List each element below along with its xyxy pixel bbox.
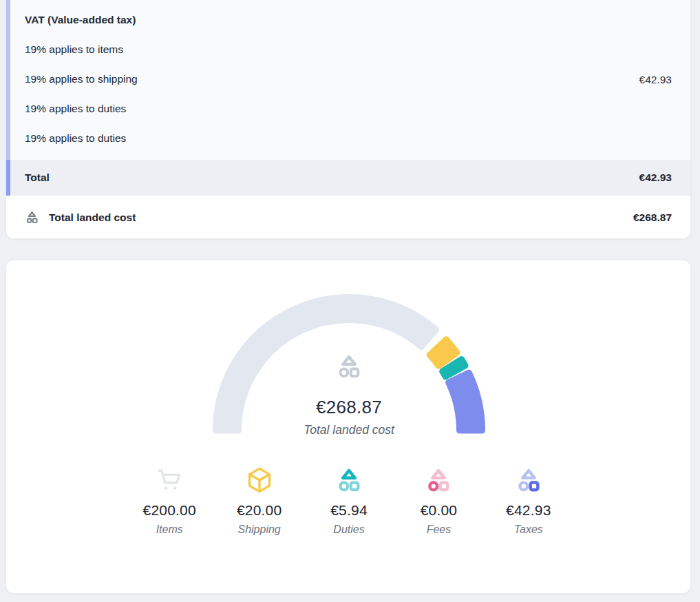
package-icon	[246, 466, 273, 494]
stat-value-fees: €0.00	[394, 502, 483, 519]
vat-line-shipping: 19% applies to shipping	[10, 64, 690, 94]
duties-icon	[335, 468, 363, 492]
stat-value-items: €200.00	[125, 502, 214, 519]
total-amount: €42.93	[639, 172, 672, 184]
gauge-chart	[207, 290, 491, 439]
vat-group-title: VAT (Value-added tax)	[10, 5, 690, 34]
landed-cost-label: Total landed cost	[49, 211, 136, 224]
gauge-segment-taxes	[449, 373, 482, 430]
cart-icon	[156, 467, 183, 493]
total-label: Total	[25, 172, 50, 184]
stat-label-fees: Fees	[394, 523, 483, 536]
stat-value-duties: €5.94	[304, 502, 394, 519]
total-row: Total €42.93	[6, 160, 690, 196]
stat-items: €200.00 Items	[125, 465, 214, 536]
stat-label-taxes: Taxes	[484, 523, 573, 536]
vat-line-duties-1: 19% applies to duties	[10, 94, 690, 123]
vat-group-amount: €42.93	[639, 74, 672, 86]
vat-group: VAT (Value-added tax) 19% applies to ite…	[6, 0, 690, 160]
stat-value-shipping: €20.00	[214, 502, 304, 519]
fees-icon	[425, 468, 452, 492]
stat-label-items: Items	[125, 523, 214, 536]
vat-line-duties-2: 19% applies to duties	[10, 123, 690, 153]
taxes-icon	[515, 468, 542, 492]
stat-value-taxes: €42.93	[484, 502, 573, 519]
stat-label-duties: Duties	[304, 523, 394, 536]
tax-breakdown-card: VAT (Value-added tax) 19% applies to ite…	[6, 0, 691, 239]
stat-label-shipping: Shipping	[214, 523, 304, 536]
stat-fees: €0.00 Fees	[394, 465, 483, 536]
cost-stats-row: €200.00 Items €20.00 Shipping €5.94	[125, 465, 573, 536]
gauge-segment-items	[216, 298, 436, 431]
landed-cost-summary-card: €268.87 Total landed cost €200.00 Items	[6, 260, 691, 594]
landed-cost-icon	[25, 211, 39, 224]
stat-duties: €5.94 Duties	[304, 465, 394, 536]
stat-taxes: €42.93 Taxes	[484, 465, 573, 536]
stat-shipping: €20.00 Shipping	[214, 465, 304, 536]
vat-line-items: 19% applies to items	[10, 34, 690, 64]
landed-cost-row: Total landed cost €268.87	[6, 196, 690, 239]
landed-cost-amount: €268.87	[633, 211, 672, 224]
